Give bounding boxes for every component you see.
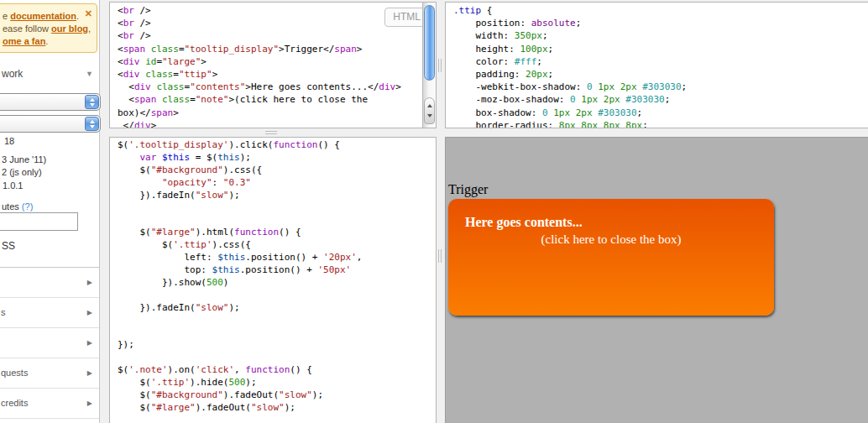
- sidebar-section-label: quests: [1, 368, 28, 378]
- scrollbar-buttons[interactable]: [424, 97, 435, 124]
- select-stepper-icon: [85, 95, 99, 109]
- code-line: [118, 290, 436, 302]
- onload-select[interactable]: [0, 93, 101, 111]
- notice-line: ome a fan.: [3, 35, 92, 48]
- vertical-splitter-handle-top[interactable]: [438, 59, 442, 72]
- code-line: position: absolute;: [453, 17, 868, 29]
- html-editor-panel[interactable]: <br /><br /><br /><span class="tooltip_d…: [109, 2, 437, 128]
- trigger-link[interactable]: Trigger: [448, 182, 488, 197]
- help-link[interactable]: (?): [22, 201, 33, 212]
- code-line: $("#large").fadeOut("slow");: [118, 402, 436, 415]
- code-line: }).show(500): [118, 277, 436, 290]
- code-line: height: 100px;: [453, 43, 868, 55]
- js-editor-panel[interactable]: $('.tooltip_display').click(function() {…: [109, 137, 437, 423]
- notice-line: ease follow our blog,: [3, 23, 92, 35]
- framework-section-header: work: [2, 68, 97, 80]
- expand-arrow-icon[interactable]: ▶: [87, 279, 92, 286]
- sidebar-section-row[interactable]: credits▶: [0, 389, 99, 419]
- sidebar-section-row[interactable]: ▶: [0, 268, 99, 298]
- css-editor-panel[interactable]: .ttip { position: absolute; width: 350px…: [445, 2, 868, 128]
- code-line: $('.tooltip_display').click(function() {: [118, 139, 436, 152]
- sidebar-section-label: credits: [1, 398, 28, 408]
- code-line: [118, 314, 436, 326]
- collapse-arrow-icon[interactable]: ▼: [86, 70, 93, 78]
- notice-text: ease follow: [3, 24, 51, 34]
- code-line: });: [118, 339, 436, 352]
- expand-arrow-icon[interactable]: ▶: [87, 400, 92, 407]
- code-line: <span class="tooltip_display">Trigger</s…: [118, 43, 436, 55]
- expand-arrow-icon[interactable]: ▶: [87, 339, 92, 347]
- sidebar-accordion: ▶s▶▶quests▶credits▶: [0, 268, 99, 419]
- code-line: <br />: [118, 29, 436, 42]
- vertical-splitter-handle-bottom[interactable]: [438, 249, 442, 263]
- code-line: $('.ttip').hide(500);: [118, 377, 436, 389]
- attributes-label: utes: [2, 201, 22, 212]
- code-line: width: 350px;: [453, 29, 868, 42]
- result-panel: Trigger Here goes contents... (click her…: [445, 137, 868, 423]
- select-stepper-icon: [85, 117, 99, 131]
- code-line: }).fadeIn("slow");: [118, 190, 436, 202]
- code-line: <span class="note">(click here to close …: [118, 93, 436, 106]
- code-line: left: $this.position() + '20px',: [118, 252, 436, 264]
- code-line: border-radius: 8px 8px 8px 8px;: [453, 119, 868, 128]
- framework-section-label: work: [2, 68, 23, 80]
- code-line: color: #fff;: [453, 55, 868, 68]
- notice-line: e documentation.: [3, 10, 92, 23]
- code-line: <div class="ttip">: [118, 68, 436, 81]
- css-code[interactable]: .ttip { position: absolute; width: 350px…: [446, 3, 868, 128]
- code-line: .ttip {: [453, 4, 868, 17]
- code-line: $('.ttip').css({: [118, 239, 436, 252]
- scrollbar-thumb[interactable]: [424, 5, 435, 81]
- expand-arrow-icon[interactable]: ▶: [87, 309, 92, 316]
- js-code[interactable]: $('.tooltip_display').click(function() {…: [110, 138, 436, 415]
- sidebar-section-row[interactable]: ▶: [0, 328, 99, 358]
- code-line: $("#background").fadeOut("slow");: [118, 389, 436, 402]
- code-line: box-shadow: 0 1px 2px #303030;: [453, 107, 868, 119]
- sidebar: e documentation.ease follow our blog,ome…: [0, 0, 100, 423]
- code-line: padding: 20px;: [453, 68, 868, 81]
- code-line: </div>: [118, 119, 436, 128]
- code-line: <div id="large">: [118, 55, 436, 68]
- attributes-row: utes (?): [2, 201, 33, 212]
- tooltip-contents: Here goes contents...: [465, 215, 757, 230]
- code-line: -moz-box-shadow: 0 1px 2px #303030;: [453, 93, 868, 106]
- close-icon[interactable]: ✕: [85, 8, 92, 20]
- code-line: -webkit-box-shadow: 0 1px 2px #303030;: [453, 81, 868, 93]
- code-line: $("#large").html(function() {: [118, 227, 436, 239]
- framework-version-item[interactable]: 1.0.1: [3, 180, 23, 191]
- attributes-input[interactable]: [0, 212, 78, 231]
- framework-select[interactable]: [0, 115, 101, 133]
- code-line: $("#background").css({: [118, 164, 436, 177]
- notification-box: e documentation.ease follow our blog,ome…: [0, 3, 97, 53]
- notice-text: ,: [88, 24, 91, 34]
- framework-version-item[interactable]: 2 (js only): [2, 167, 42, 177]
- code-line: [118, 214, 436, 227]
- sidebar-section-row[interactable]: s▶: [0, 298, 99, 328]
- notice-text: e: [3, 11, 10, 21]
- notice-link[interactable]: documentation: [10, 11, 76, 21]
- tooltip-close-note[interactable]: (click here to close the box): [465, 232, 757, 247]
- sidebar-section-row[interactable]: quests▶: [0, 358, 99, 389]
- notice-text-lines: e documentation.ease follow our blog,ome…: [3, 10, 92, 48]
- code-line: "opacity": "0.3": [118, 177, 436, 190]
- normalized-css-label: SS: [2, 240, 15, 252]
- framework-version-item[interactable]: 3 June '11): [2, 154, 46, 164]
- scroll-up-icon[interactable]: [427, 104, 432, 107]
- code-line: }).fadeIn("slow");: [118, 302, 436, 315]
- code-line: top: $this.position() + '50px': [118, 264, 436, 277]
- expand-arrow-icon[interactable]: ▶: [87, 369, 92, 377]
- code-line: [118, 352, 436, 364]
- notice-link[interactable]: our blog: [51, 24, 88, 34]
- horizontal-splitter-handle[interactable]: [265, 131, 277, 134]
- tooltip-box: Here goes contents... (click here to clo…: [448, 199, 774, 316]
- code-line: $('.note').on('click', function() {: [118, 364, 436, 377]
- code-line: [118, 201, 436, 214]
- code-line: var $this = $(this);: [118, 152, 436, 164]
- code-line: box)</span>: [118, 107, 436, 119]
- scrollbar[interactable]: [422, 3, 436, 128]
- code-line: <div class="contents">Here goes contents…: [118, 81, 436, 93]
- notice-text: .: [76, 11, 79, 21]
- notice-link[interactable]: ome a fan: [3, 36, 45, 46]
- framework-version-item[interactable]: 18: [4, 136, 14, 146]
- scroll-down-icon[interactable]: [427, 114, 432, 118]
